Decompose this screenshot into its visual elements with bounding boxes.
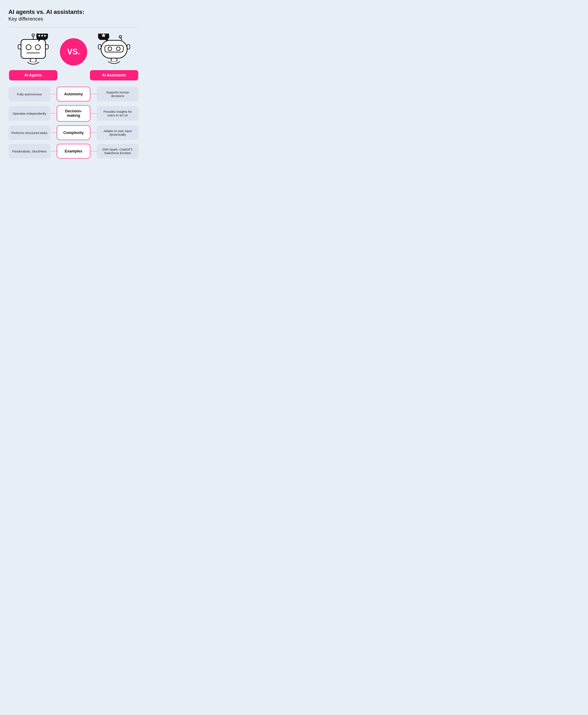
connector-left-2 [50, 132, 57, 133]
connector-right-2 [90, 132, 97, 133]
svg-rect-22 [98, 44, 101, 49]
svg-rect-7 [45, 44, 48, 49]
comparison-grid: Fully autonomous Autonomy Supports human… [8, 87, 139, 158]
comparison-row: Pandorabots, StockHero Examples GWI Spar… [8, 144, 139, 158]
left-value-3: Pandorabots, StockHero [8, 144, 50, 158]
ai-agent-column: AI Agents [8, 34, 58, 81]
divider [8, 27, 139, 27]
svg-rect-2 [21, 40, 45, 58]
connector-left-1 [50, 113, 57, 114]
comparison-row: Operates independently Decision-making P… [8, 105, 139, 122]
svg-rect-6 [18, 44, 21, 49]
ai-assistant-column: AI Assistants [89, 34, 139, 81]
ai-assistant-label: AI Assistants [90, 70, 138, 81]
robots-section: AI Agents VS. [8, 34, 139, 81]
comparison-row: Performs structured tasks Complexity Ada… [8, 125, 139, 140]
left-value-0: Fully autonomous [8, 87, 50, 102]
center-label-0: Autonomy [57, 87, 90, 102]
main-title: AI agents vs. AI assistants: [8, 8, 139, 16]
svg-rect-8 [30, 58, 36, 62]
svg-rect-19 [105, 45, 123, 52]
left-value-1: Operates independently [8, 106, 50, 121]
title-section: AI agents vs. AI assistants: Key differe… [8, 8, 139, 22]
ai-agent-label: AI Agents [9, 70, 57, 81]
comparison-row: Fully autonomous Autonomy Supports human… [8, 87, 139, 102]
right-value-0: Supports human decisions [97, 87, 139, 102]
ai-agent-robot [16, 34, 50, 67]
connector-left-0 [50, 94, 57, 94]
connector-right-1 [90, 113, 97, 114]
svg-rect-9 [36, 34, 48, 40]
svg-point-12 [44, 35, 46, 37]
left-value-2: Performs structured tasks [8, 125, 50, 140]
center-label-1: Decision-making [57, 105, 90, 122]
right-value-3: GWI Spark, ChatGPT, Salesforce Einstein [97, 144, 139, 158]
svg-rect-24 [111, 58, 117, 62]
center-label-3: Examples [57, 144, 90, 158]
center-label-2: Complexity [57, 125, 90, 140]
connector-right-0 [90, 94, 97, 94]
svg-point-11 [41, 35, 43, 37]
ai-assistant-robot [97, 34, 131, 67]
right-value-1: Provides insights for users to act on [97, 106, 139, 121]
connector-left-3 [50, 151, 57, 151]
svg-point-10 [39, 35, 40, 37]
sub-title: Key differences [8, 16, 139, 22]
vs-text: VS. [67, 47, 80, 56]
svg-rect-23 [127, 44, 130, 49]
right-value-2: Adapts to user input dynamically [97, 125, 139, 140]
vs-circle: VS. [60, 38, 87, 66]
connector-right-3 [90, 151, 97, 151]
